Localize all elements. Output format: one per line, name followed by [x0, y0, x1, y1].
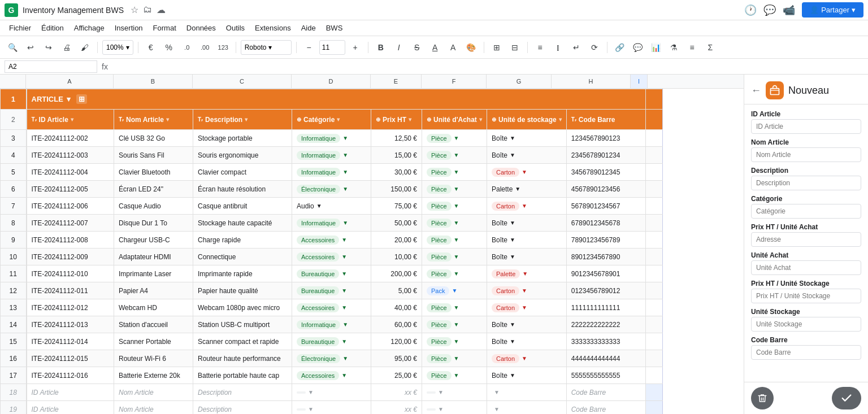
cell-desc-12[interactable]: Papier haute qualité	[193, 282, 292, 299]
redo-button[interactable]: ↪	[41, 40, 57, 55]
unit-stock-arrow-17[interactable]: ▼	[510, 372, 515, 378]
strikethrough-button[interactable]: S	[409, 40, 425, 55]
unit-stock-arrow-8[interactable]: ▼	[510, 220, 515, 226]
cell-desc-17[interactable]: Batterie portable haute cap	[193, 367, 292, 384]
cell-id-9[interactable]: ITE-20241112-008	[27, 232, 114, 249]
cell-nom-13[interactable]: Webcam HD	[114, 299, 193, 316]
cat-arrow-6[interactable]: ▼	[342, 186, 348, 192]
menu-aide[interactable]: Aide	[297, 22, 320, 34]
cell-reference-input[interactable]	[5, 60, 97, 73]
tmpl-prix-19[interactable]: xx €	[371, 401, 422, 415]
cell-cat-8[interactable]: Informatique▼	[292, 215, 371, 232]
cat-arrow-5[interactable]: ▼	[342, 169, 348, 175]
cell-nom-8[interactable]: Disque Dur 1 To	[114, 215, 193, 232]
cell-unit-achat-9[interactable]: Pièce▼	[422, 232, 487, 249]
sort-unit-achat-icon[interactable]: ▾	[479, 116, 482, 123]
comment-button[interactable]: 💬	[630, 40, 646, 55]
cat-arrow-13[interactable]: ▼	[341, 304, 347, 311]
cell-id-16[interactable]: ITE-20241112-015	[27, 350, 114, 367]
field-input-id[interactable]	[751, 119, 861, 134]
cell-cat-15[interactable]: Bureautique▼	[292, 333, 371, 350]
rotate-button[interactable]: ⟳	[587, 40, 602, 55]
cell-cat-13[interactable]: Accessoires▼	[292, 299, 371, 316]
menu-donnees[interactable]: Données	[182, 22, 220, 34]
cell-prix-15[interactable]: 120,00 €	[371, 333, 422, 350]
font-decrease-button[interactable]: −	[301, 40, 317, 55]
cat-arrow-8[interactable]: ▼	[342, 220, 348, 226]
decimal-decrease-button[interactable]: .0	[179, 40, 195, 55]
cell-id-10[interactable]: ITE-20241112-009	[27, 249, 114, 265]
format-123-button[interactable]: 123	[215, 40, 231, 55]
col-header-nom-article[interactable]: TᵣNom Article▾	[114, 110, 193, 130]
sort-unit-stock-icon[interactable]: ▾	[559, 116, 562, 123]
cell-barcode-14[interactable]: 2222222222222	[566, 316, 645, 333]
menu-bws[interactable]: BWS	[322, 22, 348, 34]
star-icon[interactable]: ☆	[131, 5, 138, 15]
cat-arrow-12[interactable]: ▼	[341, 287, 347, 294]
tmpl-desc-19[interactable]: Description	[193, 401, 292, 415]
col-header-D[interactable]: D	[292, 75, 371, 88]
cell-unit-stock-11[interactable]: Palette▼	[487, 265, 567, 282]
cell-nom-16[interactable]: Routeur Wi-Fi 6	[114, 350, 193, 367]
cell-desc-11[interactable]: Imprimante rapide	[193, 265, 292, 282]
col-header-I[interactable]: I	[631, 75, 648, 88]
cell-prix-17[interactable]: 25,00 €	[371, 367, 422, 384]
cell-nom-4[interactable]: Souris Sans Fil	[114, 147, 193, 164]
cell-desc-10[interactable]: Connectique	[193, 249, 292, 265]
tmpl-id-18[interactable]: ID Article	[27, 384, 114, 401]
cell-barcode-15[interactable]: 3333333333333	[566, 333, 645, 350]
unit-achat-arrow-4[interactable]: ▼	[454, 152, 459, 158]
cell-prix-11[interactable]: 200,00 €	[371, 265, 422, 282]
chart-button[interactable]: 📊	[648, 40, 664, 55]
zoom-control[interactable]: 100% ▾	[102, 40, 133, 55]
share-button[interactable]: 👤 Fournisseurs Partager ▾	[802, 2, 863, 18]
cell-nom-14[interactable]: Station d'accueil	[114, 316, 193, 333]
font-selector[interactable]: Roboto ▾	[241, 40, 292, 55]
cell-unit-stock-5[interactable]: Carton▼	[487, 164, 567, 181]
cat-arrow-11[interactable]: ▼	[341, 271, 347, 277]
tmpl-prix-18[interactable]: xx €	[371, 384, 422, 401]
cell-unit-stock-10[interactable]: Boîte▼	[487, 249, 567, 265]
tmpl-barcode-18[interactable]: Code Barre	[566, 384, 645, 401]
cat-arrow-9[interactable]: ▼	[341, 237, 347, 243]
field-input-nom[interactable]	[751, 147, 861, 162]
cell-cat-9[interactable]: Accessoires▼	[292, 232, 371, 249]
unit-stock-arrow-5[interactable]: ▼	[522, 169, 527, 175]
link-button[interactable]: 🔗	[612, 40, 628, 55]
cell-unit-stock-12[interactable]: Carton▼	[487, 282, 567, 299]
cell-barcode-5[interactable]: 3456789012345	[566, 164, 645, 181]
cell-nom-3[interactable]: Clé USB 32 Go	[114, 130, 193, 147]
menu-insertion[interactable]: Insertion	[110, 22, 147, 34]
cell-unit-achat-12[interactable]: Pack▼	[422, 282, 487, 299]
col-header-unite-stock[interactable]: ⊕Unité de stockage▾	[487, 110, 567, 130]
cell-id-7[interactable]: ITE-20241112-006	[27, 198, 114, 215]
cell-barcode-8[interactable]: 6789012345678	[566, 215, 645, 232]
tmpl-nom-18[interactable]: Nom Article	[114, 384, 193, 401]
cell-desc-8[interactable]: Stockage haute capacité	[193, 215, 292, 232]
sort-nom-icon[interactable]: ▾	[166, 116, 169, 123]
cell-prix-8[interactable]: 50,00 €	[371, 215, 422, 232]
unit-achat-arrow-16[interactable]: ▼	[454, 355, 459, 361]
cell-id-17[interactable]: ITE-20241112-016	[27, 367, 114, 384]
cell-cat-14[interactable]: Informatique▼	[292, 316, 371, 333]
cell-cat-10[interactable]: Accessoires▼	[292, 249, 371, 265]
tmpl-cat-18[interactable]: ▼	[292, 384, 371, 401]
field-input-code-barre[interactable]	[751, 345, 861, 360]
cell-unit-stock-16[interactable]: Carton▼	[487, 350, 567, 367]
cell-unit-stock-14[interactable]: Boîte▼	[487, 316, 567, 333]
tmpl-id-19[interactable]: ID Article	[27, 401, 114, 415]
cell-prix-12[interactable]: 5,00 €	[371, 282, 422, 299]
cell-prix-9[interactable]: 20,00 €	[371, 232, 422, 249]
cell-id-4[interactable]: ITE-20241112-003	[27, 147, 114, 164]
cat-arrow-16[interactable]: ▼	[342, 355, 348, 361]
cell-cat-7[interactable]: Audio▼	[292, 198, 371, 215]
cat-arrow-7[interactable]: ▼	[316, 203, 322, 209]
col-header-H[interactable]: H	[552, 75, 631, 88]
cell-unit-stock-15[interactable]: Boîte▼	[487, 333, 567, 350]
tmpl-nom-19[interactable]: Nom Article	[114, 401, 193, 415]
col-header-E[interactable]: E	[371, 75, 422, 88]
cell-id-3[interactable]: ITE-20241112-002	[27, 130, 114, 147]
percent-button[interactable]: %	[161, 40, 177, 55]
cell-id-13[interactable]: ITE-20241112-012	[27, 299, 114, 316]
cell-unit-achat-10[interactable]: Pièce▼	[422, 249, 487, 265]
